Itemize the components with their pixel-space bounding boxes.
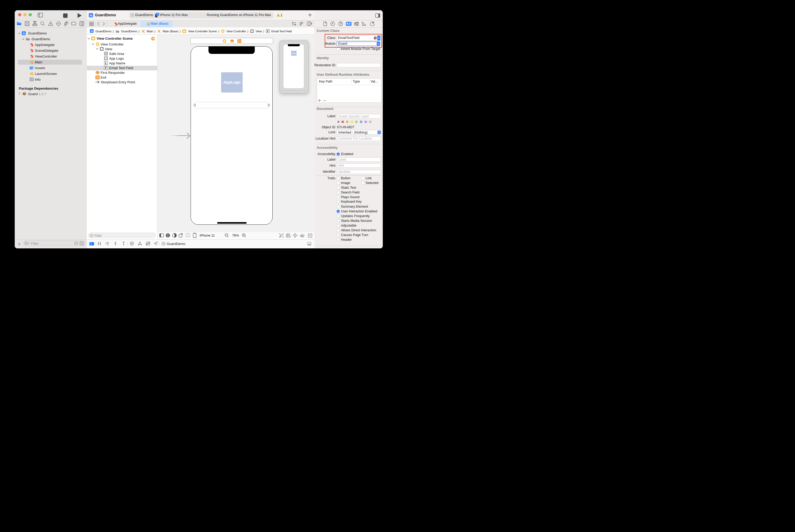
svg-text:1: 1	[98, 72, 99, 74]
svg-text:F: F	[267, 30, 269, 33]
svg-text:L: L	[105, 62, 107, 65]
svg-text:F: F	[105, 66, 107, 70]
